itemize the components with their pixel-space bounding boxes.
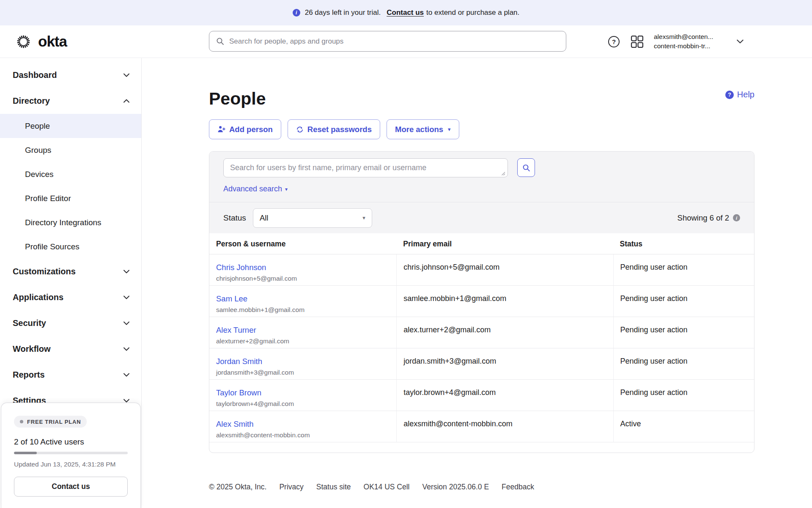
primary-email: alex.turner+2@gmail.com — [403, 326, 609, 334]
sidebar-item-reports[interactable]: Reports — [0, 362, 141, 388]
person-name-link[interactable]: Taylor Brown — [216, 388, 261, 398]
email-cell: chris.johnson+5@gmail.com — [396, 254, 613, 285]
person-username: samlee.mobbin+1@gmail.com — [216, 306, 392, 314]
global-search-input[interactable] — [229, 37, 559, 46]
sidebar-item-groups[interactable]: Groups — [0, 138, 141, 162]
sidebar-item-profile-sources[interactable]: Profile Sources — [0, 235, 141, 259]
page-footer: © 2025 Okta, Inc. Privacy Status site OK… — [209, 483, 534, 491]
person-username: alexsmith@content-mobbin.com — [216, 431, 392, 439]
email-cell: alexsmith@content-mobbin.com — [396, 411, 613, 442]
status-filter-select[interactable]: All ▾ — [253, 208, 372, 228]
plan-updated-timestamp: Updated Jun 13, 2025, 4:31:28 PM — [14, 461, 128, 468]
sidebar-item-people[interactable]: People — [0, 114, 141, 138]
primary-email: samlee.mobbin+1@gmail.com — [403, 294, 609, 303]
reset-passwords-button[interactable]: Reset passwords — [288, 119, 380, 139]
sidebar-item-profile-editor[interactable]: Profile Editor — [0, 186, 141, 210]
top-bar: okta ? alexsmith@conten... content-mobbi… — [0, 25, 812, 58]
trial-plan-card: FREE TRIAL PLAN 2 of 10 Active users Upd… — [1, 403, 141, 508]
info-icon[interactable]: i — [733, 214, 740, 221]
sidebar-item-directory[interactable]: Directory — [0, 88, 141, 114]
cell-label: OK14 US Cell — [364, 483, 410, 491]
person-name-link[interactable]: Sam Lee — [216, 294, 247, 304]
resize-grip-icon[interactable] — [501, 171, 505, 176]
account-org: content-mobbin-tr... — [654, 41, 731, 51]
active-users-count: 2 of 10 Active users — [14, 437, 128, 447]
sidebar-item-dashboard[interactable]: Dashboard — [0, 62, 141, 88]
active-users-progress-fill — [14, 452, 37, 454]
contact-us-button[interactable]: Contact us — [14, 477, 128, 497]
help-question-icon: ? — [725, 91, 734, 99]
person-name-link[interactable]: Alex Smith — [216, 420, 253, 429]
privacy-link[interactable]: Privacy — [279, 483, 303, 491]
trial-banner: i 26 days left in your trial. Contact us… — [0, 0, 812, 25]
status-filter-bar: Status All ▾ Showing 6 of 2 i — [209, 202, 754, 233]
showing-count: Showing 6 of 2 i — [678, 213, 740, 223]
person-cell: Alex Smith alexsmith@content-mobbin.com — [209, 411, 396, 442]
sidebar-item-security[interactable]: Security — [0, 310, 141, 336]
search-icon — [216, 37, 224, 45]
person-cell: Jordan Smith jordansmith+3@gmail.com — [209, 348, 396, 379]
chevron-down-icon — [123, 373, 129, 377]
person-cell: Chris Johnson chrisjohnson+5@gmail.com — [209, 254, 396, 285]
page-title: People — [209, 89, 266, 109]
table-row: Taylor Brown taylorbrown+4@gmail.com tay… — [209, 380, 754, 411]
status-cell: Pending user action — [613, 317, 754, 348]
actions-toolbar: Add person Reset passwords More actions … — [209, 119, 459, 139]
status-cell: Pending user action — [613, 286, 754, 317]
help-link[interactable]: ? Help — [725, 90, 754, 99]
column-header-status: Status — [613, 233, 754, 254]
person-name-link[interactable]: Chris Johnson — [216, 263, 266, 272]
user-search-section: Advanced search ▾ — [209, 152, 754, 202]
sidebar-item-workflow[interactable]: Workflow — [0, 336, 141, 362]
person-name-link[interactable]: Jordan Smith — [216, 357, 262, 366]
feedback-link[interactable]: Feedback — [502, 483, 534, 491]
column-header-person: Person & username — [209, 233, 396, 254]
table-row: Alex Smith alexsmith@content-mobbin.com … — [209, 411, 754, 442]
sidebar-item-applications[interactable]: Applications — [0, 284, 141, 310]
global-search[interactable] — [209, 31, 566, 52]
status-value: Pending user action — [620, 388, 750, 397]
status-value: Pending user action — [620, 263, 750, 272]
status-value: Pending user action — [620, 357, 750, 366]
okta-logo[interactable]: okta — [16, 25, 67, 58]
table-body: Chris Johnson chrisjohnson+5@gmail.com c… — [209, 254, 754, 442]
user-search-input[interactable] — [223, 158, 508, 177]
banner-text: 26 days left in your trial. — [305, 8, 381, 17]
sidebar-item-devices[interactable]: Devices — [0, 162, 141, 186]
account-email: alexsmith@conten... — [654, 32, 731, 41]
account-menu[interactable]: alexsmith@conten... content-mobbin-tr... — [654, 32, 731, 51]
chevron-down-icon — [123, 73, 129, 77]
okta-sunburst-icon — [16, 34, 31, 49]
banner-text-suffix: to extend or purchase a plan. — [426, 8, 519, 17]
column-header-email: Primary email — [396, 233, 613, 254]
chevron-down-icon — [123, 321, 129, 325]
person-cell: Alex Turner alexturner+2@gmail.com — [209, 317, 396, 348]
email-cell: taylor.brown+4@gmail.com — [396, 380, 613, 411]
sidebar-item-directory-integrations[interactable]: Directory Integrations — [0, 210, 141, 235]
status-site-link[interactable]: Status site — [316, 483, 351, 491]
info-icon: i — [293, 9, 300, 17]
person-name-link[interactable]: Alex Turner — [216, 326, 256, 335]
banner-contact-us-link[interactable]: Contact us — [387, 8, 424, 17]
caret-down-icon: ▾ — [362, 215, 365, 221]
table-row: Alex Turner alexturner+2@gmail.com alex.… — [209, 317, 754, 348]
email-cell: alex.turner+2@gmail.com — [396, 317, 613, 348]
search-icon — [522, 164, 530, 172]
sidebar-item-customizations[interactable]: Customizations — [0, 259, 141, 284]
person-username: chrisjohnson+5@gmail.com — [216, 275, 392, 282]
user-search-button[interactable] — [517, 158, 535, 177]
chevron-down-icon[interactable] — [737, 39, 743, 44]
advanced-search-link[interactable]: Advanced search ▾ — [223, 185, 288, 193]
plan-badge: FREE TRIAL PLAN — [14, 416, 87, 428]
apps-grid-icon[interactable] — [631, 35, 644, 48]
help-icon[interactable]: ? — [608, 36, 620, 47]
active-users-progressbar — [14, 452, 128, 454]
copyright: © 2025 Okta, Inc. — [209, 483, 266, 491]
user-search-field[interactable] — [223, 158, 508, 179]
version-label: Version 2025.06.0 E — [422, 483, 489, 491]
more-actions-button[interactable]: More actions ▾ — [387, 119, 459, 139]
chevron-down-icon — [123, 347, 129, 351]
status-cell: Pending user action — [613, 348, 754, 379]
add-person-button[interactable]: Add person — [209, 119, 281, 139]
people-panel: Advanced search ▾ Status All ▾ Showing 6… — [209, 151, 754, 453]
